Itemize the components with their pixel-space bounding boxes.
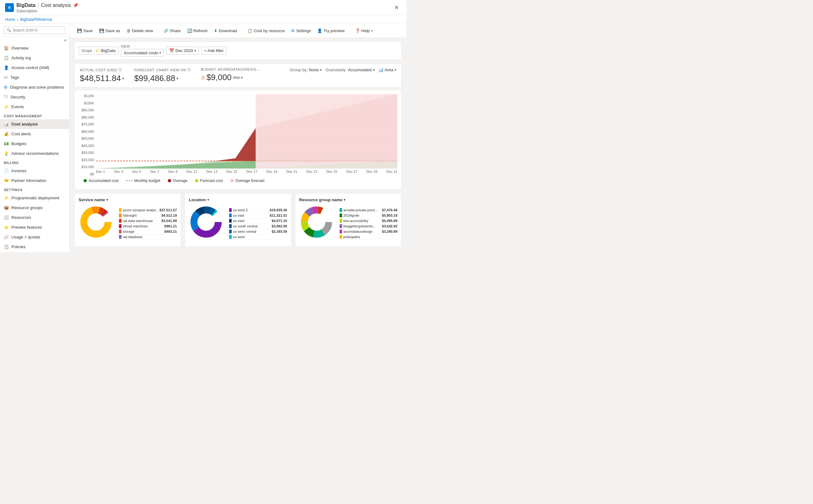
y-label-3: $30,000 — [79, 151, 94, 155]
calendar-icon: 📅 — [169, 48, 174, 53]
view-selector[interactable]: VIEW Accumulated costs ▾ — [121, 44, 164, 57]
legend-value-aoeast: $4,971.15 — [272, 219, 287, 223]
delete-view-label: Delete view — [132, 28, 153, 33]
legend-value-uswestcentral: $2,393.59 — [272, 230, 287, 233]
legend-label-useast: us east — [233, 214, 244, 217]
pie-title-resource-group[interactable]: Resource group name ▾ — [299, 197, 397, 202]
search-input[interactable] — [13, 28, 62, 32]
pie-legend-location: us west 2 $19,935.36 us east $11,321.51 — [229, 208, 287, 240]
try-preview-button[interactable]: 👤 Try preview — [315, 26, 347, 35]
add-filter-button[interactable]: + Add filter — [201, 47, 227, 55]
app-name: BigData — [16, 3, 35, 8]
sidebar-item-policies[interactable]: 📋 Policies — [0, 242, 69, 252]
pie-legend-item-hdinsight: hdinsight $4,512.19 — [119, 213, 177, 218]
legend-label-aoeast: ao east — [233, 219, 244, 223]
pin-icon[interactable]: 📌 — [73, 3, 78, 8]
actual-info-icon[interactable]: ⓘ — [118, 67, 122, 72]
usage-quotas-label: Usage + quotas — [11, 235, 40, 239]
x-label-dec15: Dec 15 — [226, 170, 237, 173]
pie-legend-item-aoeast: ao east $4,971.15 — [229, 218, 287, 224]
sidebar-item-programmatic[interactable]: ⚡ Programmatic deployment — [0, 193, 69, 203]
pie-title-location[interactable]: Location ▾ — [189, 197, 287, 202]
save-as-button[interactable]: 💾 Save as — [97, 26, 123, 35]
policies-label: Policies — [11, 244, 26, 249]
sidebar-item-advisor[interactable]: 💡 Advisor recommendations — [0, 149, 69, 158]
sidebar-item-cost-analysis[interactable]: 📊 Cost analysis — [0, 119, 69, 129]
legend-value-useast: $11,321.51 — [270, 214, 287, 217]
scope-selector[interactable]: Scope : 🏷 BigData — [79, 47, 118, 55]
legend-color-azuredata — [339, 230, 342, 233]
breadcrumb-section[interactable]: BigDataPMInternal — [20, 17, 52, 22]
x-label-dec31: Dec 31 — [386, 170, 397, 173]
toolbar-sep-1 — [158, 28, 158, 34]
save-button[interactable]: 💾 Save — [74, 26, 95, 35]
sidebar-item-tags[interactable]: 🏷 Tags — [0, 73, 69, 82]
help-button[interactable]: ❓ Help ▾ — [352, 26, 375, 35]
share-button[interactable]: 🔗 Share — [161, 26, 183, 35]
sidebar-item-usage-quotas[interactable]: 📈 Usage + quotas — [0, 232, 69, 242]
sidebar-item-security[interactable]: 🛡 Security — [0, 92, 69, 102]
refresh-button[interactable]: 🔄 Refresh — [185, 26, 210, 35]
cost-by-resource-button[interactable]: 📋 Cost by resource — [245, 26, 287, 35]
legend-overage: Overage — [168, 179, 187, 183]
group-by-control[interactable]: Group by: None ▾ — [290, 67, 321, 72]
download-button[interactable]: ⬇ Download — [211, 26, 239, 35]
sidebar-item-activity-log[interactable]: 📋 Activity log — [0, 53, 69, 63]
y-label-6: $60,000 — [79, 130, 94, 133]
area-control[interactable]: 📊 Area ▾ — [378, 67, 396, 72]
sidebar-item-budgets[interactable]: 💵 Budgets — [0, 139, 69, 149]
view-tag[interactable]: Accumulated costs ▾ — [121, 49, 164, 57]
top-bar: B BigData | Cost analysis 📌 Subscription… — [0, 0, 406, 15]
svg-point-34 — [199, 215, 213, 229]
sidebar-item-mgmt-certs[interactable]: 🔑 Management certificates — [0, 252, 69, 252]
sidebar-item-resources[interactable]: ⬜ Resources — [0, 213, 69, 222]
pie-title-service-name[interactable]: Service name ▾ — [79, 197, 177, 202]
legend-monthly-budget: Monthly budget — [126, 179, 160, 183]
sidebar-item-resource-groups[interactable]: 📦 Resource groups — [0, 203, 69, 213]
breadcrumb-home[interactable]: Home — [5, 17, 15, 22]
pie-legend-item-bloggetting: bloggettingstartedo... $3,642.92 — [339, 224, 397, 229]
breadcrumb: Home › BigDataPMInternal — [0, 15, 406, 24]
legend-label-storage: storage — [123, 230, 134, 233]
pie-card-service-name: Service name ▾ — [74, 193, 181, 247]
legend-label-synapse: azure synapse analyt... — [123, 208, 158, 212]
collapse-btn[interactable]: « — [64, 38, 67, 43]
chart-controls: Group by: None ▾ Granularity: Accumulate… — [290, 67, 396, 72]
sidebar-item-invoices[interactable]: 📄 Invoices — [0, 166, 69, 176]
granularity-control[interactable]: Granularity: Accumulated ▾ — [325, 67, 374, 72]
legend-color-2019ignite — [339, 214, 342, 217]
forecast-info-icon[interactable]: ⓘ — [187, 67, 191, 72]
y-label-8: $80,000 — [79, 115, 94, 119]
refresh-label: Refresh — [193, 28, 208, 33]
sidebar-item-partner-info[interactable]: 🤝 Partner information — [0, 176, 69, 185]
budget-arrow: ▾ — [241, 75, 243, 80]
legend-color-arcadia — [339, 208, 342, 212]
date-selector[interactable]: 📅 Dec 2020 ▾ — [166, 47, 199, 55]
activity-log-icon: 📋 — [4, 56, 9, 60]
y-label-1: $10,000 — [79, 165, 94, 169]
y-label-10: $100K — [79, 101, 94, 105]
actual-cost-arrow: ▾ — [122, 76, 124, 81]
programmatic-icon: ⚡ — [4, 196, 9, 200]
chart-container: $110K $100K $90,000 $80,000 $70,000 $60,… — [74, 90, 401, 190]
sidebar-item-cost-alerts[interactable]: 💰 Cost alerts — [0, 129, 69, 139]
title-divider: | — [37, 2, 39, 9]
settings-button[interactable]: ⚙ Settings — [288, 26, 313, 35]
share-label: Share — [170, 28, 181, 33]
delete-view-button[interactable]: 🗑 Delete view — [124, 26, 156, 35]
resource-groups-label: Resource groups — [11, 205, 43, 210]
save-icon: 💾 — [77, 28, 82, 33]
sidebar-item-iam[interactable]: 👤 Access control (IAM) — [0, 63, 69, 73]
sidebar-item-events[interactable]: ⚡ Events — [0, 102, 69, 112]
sidebar-item-diagnose[interactable]: ⚙ Diagnose and solve problems — [0, 82, 69, 92]
area-chart-icon: 📊 — [378, 67, 383, 72]
legend-value-synapse: $37,511.67 — [159, 208, 177, 212]
pie-title-rg-label: Resource group name — [299, 197, 342, 202]
close-button[interactable]: ✕ — [392, 3, 401, 12]
sidebar-item-preview-features[interactable]: ⭐ Preview features — [0, 222, 69, 232]
sidebar-item-overview[interactable]: 🏠 Overview — [0, 43, 69, 53]
content-area: Scope : 🏷 BigData VIEW Accumulated costs… — [69, 38, 406, 252]
legend-overage-dot — [168, 179, 171, 182]
legend-overage-forecast-label: Overage forecast — [235, 179, 264, 183]
legend-color-prlanqadra — [339, 235, 342, 239]
